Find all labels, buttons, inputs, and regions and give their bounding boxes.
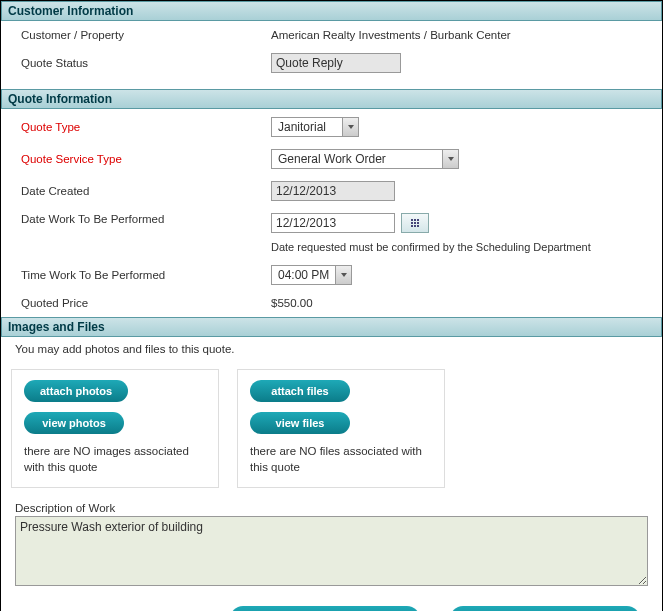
calendar-icon[interactable]	[401, 213, 429, 233]
action-bar: Accept This Quote Decline This Quote	[1, 588, 662, 611]
attach-photos-button[interactable]: attach photos	[24, 380, 128, 402]
quote-info-body: Quote Type Janitorial Quote Service Type…	[1, 109, 662, 317]
photos-column: attach photos view photos there are NO i…	[11, 369, 219, 488]
view-files-button[interactable]: view files	[250, 412, 350, 434]
description-textarea[interactable]	[15, 516, 648, 586]
date-created-field	[271, 181, 395, 201]
date-work-field[interactable]	[271, 213, 395, 233]
description-label: Description of Work	[15, 502, 648, 514]
quote-type-dropdown[interactable]: Janitorial	[271, 117, 359, 137]
date-created-label: Date Created	[21, 185, 271, 197]
time-work-label: Time Work To Be Performed	[21, 269, 271, 281]
quote-service-type-dropdown[interactable]: General Work Order	[271, 149, 459, 169]
chevron-down-icon[interactable]	[335, 266, 351, 284]
quote-status-field	[271, 53, 401, 73]
customer-property-value: American Realty Investments / Burbank Ce…	[271, 29, 650, 41]
date-work-note: Date requested must be confirmed by the …	[271, 241, 650, 253]
customer-info-body: Customer / Property American Realty Inve…	[1, 21, 662, 89]
decline-quote-button[interactable]: Decline This Quote	[450, 606, 640, 611]
date-work-label: Date Work To Be Performed	[21, 213, 271, 225]
section-header-customer: Customer Information	[1, 1, 662, 21]
files-intro: You may add photos and files to this quo…	[1, 337, 662, 361]
quoted-price-label: Quoted Price	[21, 297, 271, 309]
quoted-price-value: $550.00	[271, 297, 650, 309]
quote-status-label: Quote Status	[21, 57, 271, 69]
section-header-quote: Quote Information	[1, 89, 662, 109]
accept-quote-button[interactable]: Accept This Quote	[230, 606, 420, 611]
view-photos-button[interactable]: view photos	[24, 412, 124, 434]
files-column: attach files view files there are NO fil…	[237, 369, 445, 488]
attach-files-button[interactable]: attach files	[250, 380, 350, 402]
quote-type-label: Quote Type	[21, 121, 271, 133]
quote-form: Customer Information Customer / Property…	[0, 0, 663, 611]
files-message: there are NO files associated with this …	[250, 444, 432, 475]
section-header-files: Images and Files	[1, 317, 662, 337]
chevron-down-icon[interactable]	[342, 118, 358, 136]
time-work-dropdown[interactable]: 04:00 PM	[271, 265, 352, 285]
quote-type-value: Janitorial	[272, 118, 342, 136]
customer-property-label: Customer / Property	[21, 29, 271, 41]
photos-message: there are NO images associated with this…	[24, 444, 206, 475]
files-panel: attach photos view photos there are NO i…	[1, 361, 662, 496]
quote-service-type-label: Quote Service Type	[21, 153, 271, 165]
time-work-value: 04:00 PM	[272, 266, 335, 284]
chevron-down-icon[interactable]	[442, 150, 458, 168]
quote-service-type-value: General Work Order	[272, 150, 442, 168]
